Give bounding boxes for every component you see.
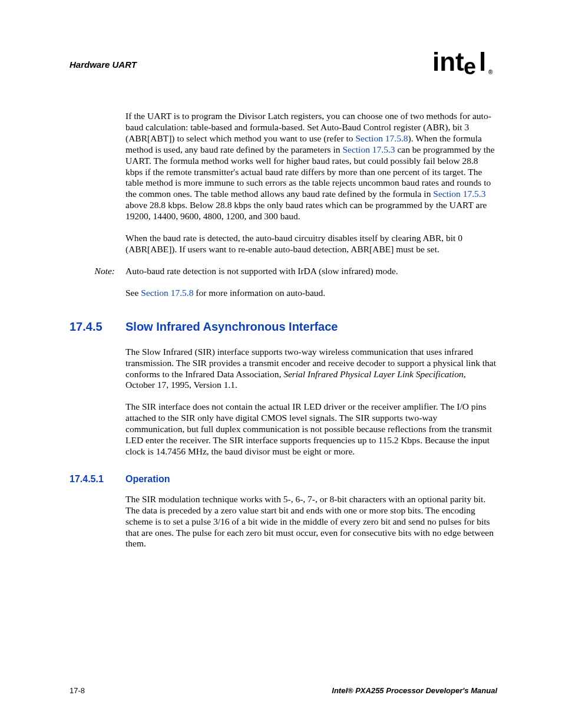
heading-2-number: 17.4.5 bbox=[70, 320, 125, 334]
intel-logo: int e l ® bbox=[432, 47, 497, 81]
footer-page-number: 17-8 bbox=[70, 686, 85, 695]
svg-text:e: e bbox=[464, 54, 476, 79]
heading-3: 17.4.5.1 Operation bbox=[70, 474, 497, 485]
link-section-17-5-3[interactable]: Section 17.5.3 bbox=[342, 144, 395, 154]
text: for more information on auto-baud. bbox=[193, 288, 325, 298]
paragraph-sir-intro: The Slow Infrared (SIR) interface suppor… bbox=[125, 347, 497, 391]
link-section-17-5-8-b[interactable]: Section 17.5.8 bbox=[141, 288, 193, 298]
note-text: Auto-baud rate detection is not supporte… bbox=[125, 266, 398, 277]
note-row: Note: Auto-baud rate detection is not su… bbox=[70, 266, 497, 277]
paragraph-see-more: See Section 17.5.8 for more information … bbox=[125, 288, 497, 299]
text: above 28.8 kbps. Below 28.8 kbps the onl… bbox=[125, 200, 487, 221]
body-column: The Slow Infrared (SIR) interface suppor… bbox=[125, 347, 497, 457]
svg-text:l: l bbox=[479, 47, 486, 76]
page-header: Hardware UART int e l ® bbox=[70, 47, 497, 81]
page-footer: 17-8 Intel® PXA255 Processor Developer's… bbox=[70, 686, 497, 695]
page: Hardware UART int e l ® If the UART is t… bbox=[0, 0, 562, 728]
paragraph-sir-details: The SIR interface does not contain the a… bbox=[125, 401, 497, 457]
heading-3-number: 17.4.5.1 bbox=[70, 474, 125, 485]
paragraph-operation: The SIR modulation technique works with … bbox=[125, 494, 497, 550]
link-section-17-5-8[interactable]: Section 17.5.8 bbox=[355, 133, 408, 143]
heading-2: 17.4.5 Slow Infrared Asynchronous Interf… bbox=[70, 320, 497, 334]
body-column: The SIR modulation technique works with … bbox=[125, 494, 497, 550]
intel-logo-svg: int e l ® bbox=[432, 47, 497, 79]
paragraph-autobaud-methods: If the UART is to program the Divisor La… bbox=[125, 111, 497, 222]
link-section-17-5-3-b[interactable]: Section 17.5.3 bbox=[433, 189, 485, 199]
header-section-title: Hardware UART bbox=[70, 60, 137, 70]
note-label: Note: bbox=[70, 266, 125, 277]
heading-3-title: Operation bbox=[125, 474, 170, 485]
text: See bbox=[125, 288, 141, 298]
svg-text:int: int bbox=[432, 47, 464, 76]
heading-2-title: Slow Infrared Asynchronous Interface bbox=[125, 320, 338, 334]
footer-manual-title: Intel® PXA255 Processor Developer's Manu… bbox=[332, 686, 497, 695]
body-column: See Section 17.5.8 for more information … bbox=[125, 288, 497, 299]
paragraph-baud-detected: When the baud rate is detected, the auto… bbox=[125, 233, 497, 255]
spec-title-italic: Serial Infrared Physical Layer Link Spec… bbox=[283, 369, 464, 379]
body-column: If the UART is to program the Divisor La… bbox=[125, 111, 497, 255]
svg-text:®: ® bbox=[488, 69, 493, 75]
